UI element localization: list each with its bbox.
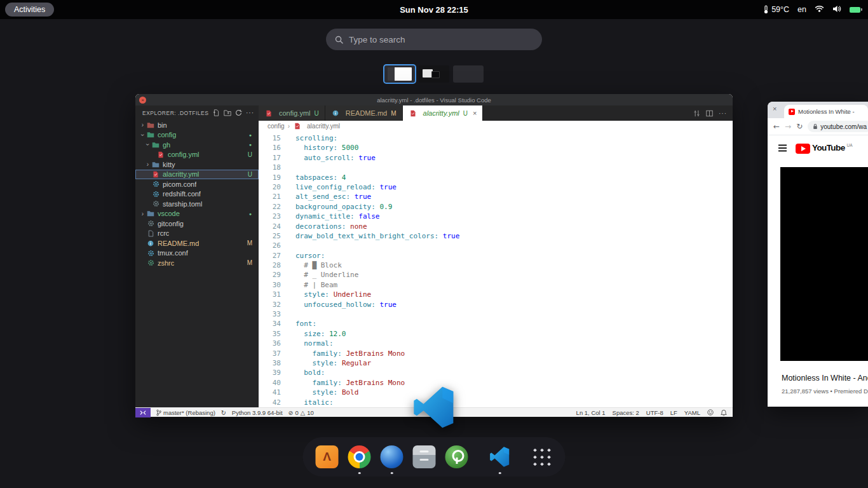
compare-icon[interactable]	[693, 110, 700, 117]
refresh-icon[interactable]	[235, 109, 242, 116]
remote-indicator[interactable]	[135, 408, 151, 417]
problems-status[interactable]: ⊘ 0 △ 10	[288, 409, 314, 416]
eol[interactable]: LF	[670, 409, 677, 416]
tab-readme-md[interactable]: README.md M	[325, 105, 403, 121]
address-bar[interactable]: youtube.com/wa	[808, 121, 868, 132]
git-branch-status[interactable]: master* (Rebasing)	[156, 409, 215, 416]
code-line-27[interactable]: 27cursor:	[259, 251, 733, 261]
system-status-area[interactable]: 59°C en	[763, 5, 860, 15]
code-line-25[interactable]: 25draw_bold_text_with_bright_colors: tru…	[259, 231, 733, 241]
code-line-35[interactable]: 35 size: 12.0	[259, 329, 733, 339]
tree-item-gh[interactable]: ›gh●	[135, 140, 259, 150]
dock-icon-chrome[interactable]	[348, 445, 371, 468]
desktop: Activities Sun Nov 28 22:15 59°C en Type…	[0, 0, 868, 488]
language-mode[interactable]: YAML	[684, 409, 700, 416]
code-line-39[interactable]: 39 bold:	[259, 368, 733, 377]
code-line-28[interactable]: 28 # █ Block	[259, 261, 733, 270]
tab-alacritty-yml[interactable]: alacritty.yml U ×	[403, 105, 484, 121]
code-line-18[interactable]: 18	[259, 163, 733, 172]
forward-button[interactable]: →	[785, 122, 791, 131]
encoding[interactable]: UTF-8	[646, 409, 663, 416]
workspace-thumb-3[interactable]	[453, 65, 484, 83]
code-line-38[interactable]: 38 style: Regular	[259, 358, 733, 368]
tab-close-icon[interactable]: ×	[473, 109, 477, 117]
code-line-29[interactable]: 29 # _ Underline	[259, 270, 733, 280]
chrome-active-tab[interactable]: Motionless In White -	[784, 105, 868, 118]
chrome-tab-strip[interactable]: × Motionless In White -	[768, 102, 868, 118]
sync-icon[interactable]: ↻	[221, 409, 226, 416]
tree-item-gitconfig[interactable]: .gitconfig	[135, 219, 259, 229]
code-line-30[interactable]: 30 # | Beam	[259, 280, 733, 290]
tree-item-kitty[interactable]: ›kitty	[135, 159, 259, 170]
code-line-32[interactable]: 32 unfocused_hollow: true	[259, 300, 733, 309]
code-line-21[interactable]: 21alt_send_esc: true	[259, 192, 733, 201]
new-file-icon[interactable]	[213, 109, 220, 116]
back-button[interactable]: ←	[773, 122, 780, 131]
tree-item-alacritty-yml[interactable]: .alacritty.ymlU	[135, 170, 259, 180]
keyboard-layout[interactable]: en	[797, 5, 806, 14]
search-input[interactable]: Type to search	[326, 29, 542, 50]
new-folder-icon[interactable]	[224, 109, 231, 116]
code-line-36[interactable]: 36 normal:	[259, 339, 733, 348]
code-line-34[interactable]: 34font:	[259, 319, 733, 329]
bell-icon[interactable]	[721, 409, 727, 416]
code-line-20[interactable]: 20live_config_reload: true	[259, 182, 733, 192]
dock-icon-blue-app[interactable]	[381, 445, 403, 468]
code-line-24[interactable]: 24decorations: none	[259, 222, 733, 231]
video-player[interactable]	[780, 167, 868, 361]
workspace-thumb-2[interactable]	[419, 65, 449, 83]
youtube-logo[interactable]: YouTube UA	[796, 143, 853, 154]
menu-icon[interactable]	[778, 147, 787, 149]
code-line-31[interactable]: 31 style: Underline	[259, 290, 733, 299]
code-line-37[interactable]: 37 family: JetBrains Mono	[259, 349, 733, 358]
refresh-button[interactable]: ↻	[796, 122, 803, 131]
code-line-23[interactable]: 23dynamic_title: false	[259, 212, 733, 221]
cursor-position[interactable]: Ln 1, Col 1	[576, 409, 606, 416]
code-text: # █ Block	[295, 261, 342, 270]
code-line-17[interactable]: 17 auto_scroll: true	[259, 153, 733, 163]
tab-close-icon[interactable]: ×	[773, 105, 776, 112]
tree-item-redshift-conf[interactable]: .redshift.conf	[135, 189, 259, 200]
code-line-33[interactable]: 33	[259, 309, 733, 319]
tree-item-zshrc[interactable]: .zshrcM	[135, 258, 259, 268]
tree-item-config[interactable]: ›config●	[135, 130, 259, 140]
python-interpreter[interactable]: Python 3.9.9 64-bit	[232, 409, 283, 416]
tree-item-config-yml[interactable]: .config.ymlU	[135, 150, 259, 160]
dock-icon-orange-app[interactable]: Λ	[316, 445, 339, 468]
tree-item-rcrc[interactable]: .rcrc	[135, 229, 259, 239]
code-line-22[interactable]: 22background_opacity: 0.9	[259, 202, 733, 212]
dock-icon-keepassxc[interactable]	[445, 445, 468, 468]
clock[interactable]: Sun Nov 28 22:15	[400, 5, 468, 15]
code-line-26[interactable]: 26	[259, 241, 733, 250]
feedback-icon[interactable]	[707, 409, 714, 416]
vscode-app-icon-large[interactable]	[413, 386, 455, 428]
code-line-19[interactable]: 19tabspaces: 4	[259, 173, 733, 182]
code-line-42[interactable]: 42 italic:	[259, 398, 733, 407]
tree-item-bin[interactable]: ›bin	[135, 120, 259, 130]
more-actions-icon[interactable]: ···	[719, 110, 727, 117]
tree-item-picom-conf[interactable]: .picom.conf	[135, 179, 259, 189]
code-line-41[interactable]: 41 style: Bold	[259, 388, 733, 397]
app-grid-button[interactable]	[532, 447, 553, 468]
tree-item-tmux-conf[interactable]: .tmux.conf	[135, 248, 259, 259]
workspace-thumb-1[interactable]	[384, 65, 415, 83]
breadcrumb-item[interactable]: config	[268, 123, 285, 130]
more-actions-icon[interactable]: ···	[246, 109, 254, 116]
activities-button[interactable]: Activities	[5, 3, 54, 17]
tree-item-README-md[interactable]: .README.mdM	[135, 238, 259, 248]
vscode-titlebar[interactable]: × alacritty.yml - .dotfiles - Visual Stu…	[135, 94, 733, 105]
code-line-40[interactable]: 40 family: JetBrains Mono	[259, 378, 733, 388]
dock-icon-files[interactable]	[413, 445, 436, 468]
breadcrumb-item[interactable]: alacritty.yml	[293, 123, 340, 130]
split-editor-icon[interactable]	[706, 110, 713, 117]
code-line-16[interactable]: 16 history: 5000	[259, 143, 733, 152]
indentation[interactable]: Spaces: 2	[613, 409, 639, 416]
tree-item-starship-toml[interactable]: .starship.toml	[135, 199, 259, 209]
code-editor[interactable]: 15scrolling:16 history: 500017 auto_scro…	[259, 132, 733, 407]
tab-config-yml[interactable]: config.yml U	[259, 105, 325, 121]
dock-icon-vscode[interactable]	[489, 445, 512, 468]
tree-item-vscode[interactable]: ›vscode●	[135, 209, 259, 219]
code-line-15[interactable]: 15scrolling:	[259, 133, 733, 143]
line-number: 30	[259, 280, 289, 290]
close-button[interactable]: ×	[139, 97, 146, 104]
